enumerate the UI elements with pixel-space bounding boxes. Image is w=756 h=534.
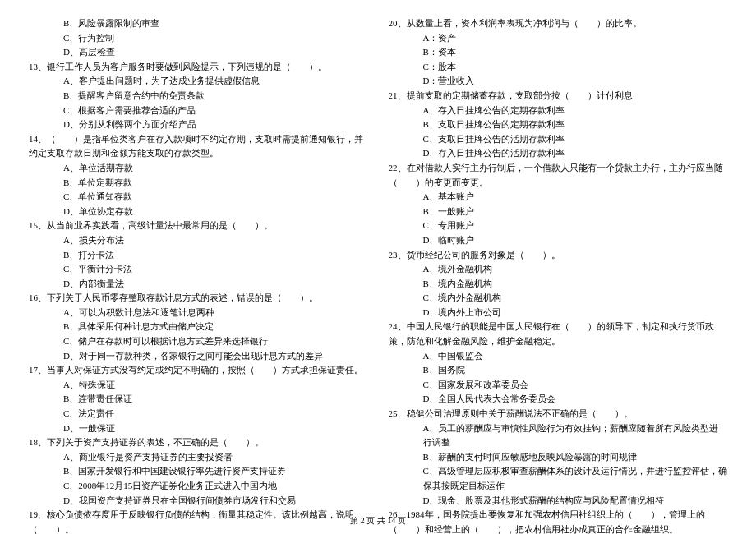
q20-opt-a: A：资产 [389, 31, 728, 46]
q16-opt-d: D、对于同一存款种类，各家银行之间可能会出现计息方式的差异 [29, 349, 368, 364]
q13-opt-d: D、分别从利弊两个方面介绍产品 [29, 117, 368, 132]
q23-opt-c: C、境内外金融机构 [389, 291, 728, 306]
q24-opt-b: B、国务院 [389, 363, 728, 378]
q21-opt-a: A、存入日挂牌公告的定期存款利率 [389, 104, 728, 118]
q14-opt-b: B、单位定期存款 [29, 176, 368, 191]
q12-opt-c: C、行为控制 [29, 31, 368, 46]
q22-opt-d: D、临时账户 [389, 233, 728, 248]
q14-opt-a: A、单位活期存款 [29, 161, 368, 176]
q22-opt-c: C、专用账户 [389, 219, 728, 233]
q25-opt-b: B、薪酬的支付时间应敏感地反映风险暴露的时间规律 [389, 450, 728, 465]
q21-opt-c: C、支取日挂牌公告的活期存款利率 [389, 132, 728, 147]
q18-opt-d: D、我国资产支持证券只在全国银行间债券市场发行和交易 [29, 494, 368, 509]
q25-opt-d: D、现金、股票及其他形式薪酬的结构应与风险配置情况相符 [389, 494, 728, 509]
q12-opt-b: B、风险暴露限制的审查 [29, 16, 368, 31]
q25-opt-c: C、高级管理层应积极审查薪酬体系的设计及运行情况，并进行监控评估，确保其按既定目… [389, 464, 728, 493]
q16-opt-b: B、具体采用何种计息方式由储户决定 [29, 320, 368, 334]
q18-opt-c: C、2008年12月15日资产证券化业务正式进入中国内地 [29, 479, 368, 494]
q15-opt-b: B、打分卡法 [29, 248, 368, 263]
q13-opt-b: B、提醒客户留意合约中的免责条款 [29, 89, 368, 104]
q16-text: 16、下列关于人民币零存整取存款计息方式的表述，错误的是（ ）。 [29, 291, 368, 306]
q17-opt-d: D、一般保证 [29, 421, 368, 436]
q17-opt-a: A、特殊保证 [29, 378, 368, 393]
q23-opt-b: B、境内金融机构 [389, 277, 728, 292]
q14-opt-c: C、单位通知存款 [29, 190, 368, 205]
q25-text: 25、稳健公司治理原则中关于薪酬说法不正确的是（ ）。 [389, 407, 728, 421]
q18-opt-b: B、国家开发银行和中国建设银行率先进行资产支持证券 [29, 464, 368, 479]
q15-text: 15、从当前业界实践看，高级计量法中最常用的是（ ）。 [29, 219, 368, 233]
q13-opt-c: C、根据客户需要推荐合适的产品 [29, 104, 368, 118]
q18-opt-a: A、商业银行是资产支持证券的主要投资者 [29, 450, 368, 465]
q20-text: 20、从数量上看，资本利润率表现为净利润与（ ）的比率。 [389, 16, 728, 31]
q22-opt-b: B、一般账户 [389, 205, 728, 219]
document-columns: B、风险暴露限制的审查 C、行为控制 D、高层检查 13、银行工作人员为客户服务… [29, 16, 727, 534]
q21-text: 21、提前支取的定期储蓄存款，支取部分按（ ）计付利息 [389, 89, 728, 104]
q25-opt-a: A、员工的薪酬应与审慎性风险行为有效挂钩；薪酬应随着所有风险类型进行调整 [389, 421, 728, 450]
q13-text: 13、银行工作人员为客户服务时要做到风险提示，下列违规的是（ ）。 [29, 60, 368, 75]
q20-opt-b: B：资本 [389, 45, 728, 60]
q22-text: 22、在对借款人实行主办行制后，一个借款人只能有一个贷款主办行，主办行应当随（ … [389, 161, 728, 190]
q12-opt-d: D、高层检查 [29, 45, 368, 60]
q23-text: 23、货币经纪公司的服务对象是（ ）。 [389, 248, 728, 263]
q21-opt-b: B、支取日挂牌公告的定期存款利率 [389, 117, 728, 132]
q14-opt-d: D、单位协定存款 [29, 205, 368, 219]
page-footer: 第 2 页 共 14 页 [0, 514, 756, 527]
left-column: B、风险暴露限制的审查 C、行为控制 D、高层检查 13、银行工作人员为客户服务… [29, 16, 368, 534]
q14-text: 14、（ ）是指单位类客户在存入款项时不约定存期，支取时需提前通知银行，并约定支… [29, 132, 368, 161]
q24-opt-a: A、中国银监会 [389, 349, 728, 364]
q23-opt-d: D、境内外上市公司 [389, 306, 728, 320]
q24-opt-c: C、国家发展和改革委员会 [389, 378, 728, 393]
q20-opt-c: C：股本 [389, 60, 728, 75]
q15-opt-c: C、平衡计分卡法 [29, 262, 368, 277]
q15-opt-d: D、内部衡量法 [29, 277, 368, 292]
q24-text: 24、中国人民银行的职能是中国人民银行在（ ）的领导下，制定和执行货币政策，防范… [389, 320, 728, 348]
q22-opt-a: A、基本账户 [389, 190, 728, 205]
q15-opt-a: A、损失分布法 [29, 233, 368, 248]
q13-opt-a: A、客户提出问题时，为了达成业务提供虚假信息 [29, 74, 368, 89]
q21-opt-d: D、存入日挂牌公告的活期存款利率 [389, 146, 728, 161]
q18-text: 18、下列关于资产支持证券的表述，不正确的是（ ）。 [29, 435, 368, 450]
q17-opt-c: C、法定责任 [29, 407, 368, 421]
q24-opt-d: D、全国人民代表大会常务委员会 [389, 392, 728, 407]
q16-opt-a: A、可以为积数计息法和逐笔计息两种 [29, 306, 368, 320]
right-column: 20、从数量上看，资本利润率表现为净利润与（ ）的比率。 A：资产 B：资本 C… [389, 16, 728, 534]
q17-text: 17、当事人对保证方式没有约定或约定不明确的，按照（ ）方式承担保证责任。 [29, 363, 368, 378]
q16-opt-c: C、储户在存款时可以根据计息方式差异来选择银行 [29, 334, 368, 349]
q17-opt-b: B、连带责任保证 [29, 392, 368, 407]
q23-opt-a: A、境外金融机构 [389, 262, 728, 277]
q20-opt-d: D：营业收入 [389, 74, 728, 89]
